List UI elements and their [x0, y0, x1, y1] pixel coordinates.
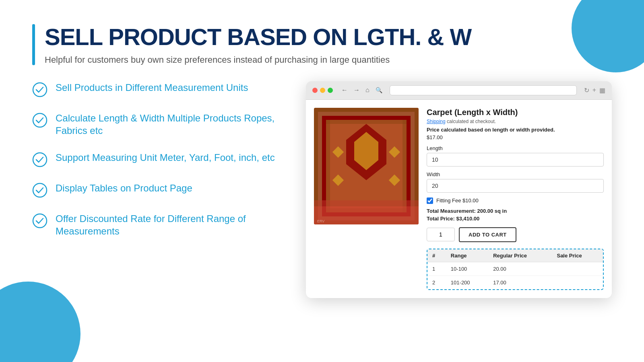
length-label: Length	[427, 145, 604, 151]
feature-text-4: Display Tables on Product Page	[56, 182, 192, 194]
row1-sale-price	[552, 262, 603, 276]
checkmark-icon-3	[32, 152, 47, 167]
dot-green[interactable]	[328, 88, 333, 93]
feature-item-2: Calculate Length & Width Multiple Produc…	[32, 112, 282, 137]
svg-point-4	[33, 214, 47, 228]
shipping-link[interactable]: Shipping	[427, 119, 446, 124]
fitting-fee-row: Fitting Fee $10.00	[427, 197, 604, 204]
nav-back[interactable]: ←	[339, 86, 350, 95]
feature-item-4: Display Tables on Product Page	[32, 182, 282, 198]
feature-text-3: Support Measuring Unit Meter, Yard, Foot…	[56, 151, 275, 164]
feature-text-1: Sell Products in Different Measurement U…	[56, 81, 248, 94]
search-icon: 🔍	[376, 87, 382, 93]
feature-text-5: Offer Discounted Rate for Different Rang…	[56, 212, 282, 237]
price-table: # Range Regular Price Sale Price 1 10-10…	[427, 249, 604, 290]
row2-regular-price: 17.00	[488, 276, 552, 289]
product-title: Carpet (Length x Width)	[427, 108, 604, 117]
checkmark-icon-5	[32, 213, 47, 228]
nav-forward[interactable]: →	[351, 86, 362, 95]
browser-dots	[312, 88, 333, 93]
page-subtitle: Helpful for customers buy own size prefe…	[45, 55, 471, 65]
svg-text:ERV: ERV	[317, 219, 324, 223]
refresh-icon[interactable]: ↻	[584, 86, 589, 94]
table-row-1: 1 10-100 20.00	[427, 262, 603, 276]
browser-nav: ← → ⌂	[339, 86, 372, 95]
row1-regular-price: 20.00	[488, 262, 552, 276]
checkmark-icon-2	[32, 113, 47, 128]
cart-row: ADD TO CART	[427, 227, 604, 242]
product-shipping: Shipping calculated at checkout.	[427, 119, 604, 124]
product-page: ERV Carpet (Length x Width) Shipping cal…	[306, 100, 612, 298]
new-tab-icon[interactable]: +	[592, 86, 596, 94]
feature-item-1: Sell Products in Different Measurement U…	[32, 81, 282, 97]
header-block: SELL PRODUCT BASED ON LGTH. & W Helpful …	[32, 24, 612, 65]
row2-range: 101-200	[446, 276, 488, 289]
total-measurement: Total Measurement: 200.00 sq in	[427, 208, 604, 214]
product-base-price: $17.00	[427, 134, 604, 140]
browser-toolbar: ← → ⌂ 🔍 ↻ + ▦	[306, 81, 612, 100]
page-title: SELL PRODUCT BASED ON LGTH. & W	[45, 24, 471, 50]
svg-point-2	[33, 153, 47, 167]
features-list: Sell Products in Different Measurement U…	[32, 81, 282, 252]
length-input[interactable]	[427, 153, 604, 167]
nav-home[interactable]: ⌂	[363, 86, 372, 95]
table-row-2: 2 101-200 17.00	[427, 276, 603, 289]
dot-red[interactable]	[312, 88, 318, 93]
svg-point-3	[33, 183, 47, 197]
product-price-note: Price calculated based on length or widt…	[427, 127, 604, 133]
svg-point-1	[33, 113, 47, 127]
address-bar[interactable]	[390, 85, 577, 95]
table-header-regular-price: Regular Price	[488, 249, 552, 262]
table-header-sale-price: Sale Price	[552, 249, 603, 262]
row1-range: 10-100	[446, 262, 488, 276]
row2-num: 2	[427, 276, 446, 289]
total-price: Total Price: $3,410.00	[427, 216, 604, 222]
feature-item-5: Offer Discounted Rate for Different Rang…	[32, 212, 282, 237]
product-details: Carpet (Length x Width) Shipping calcula…	[427, 108, 604, 290]
width-label: Width	[427, 171, 604, 177]
svg-rect-20	[314, 206, 419, 224]
dot-yellow[interactable]	[320, 88, 325, 93]
fitting-fee-checkbox[interactable]	[427, 197, 433, 204]
svg-point-0	[33, 83, 47, 97]
feature-text-2: Calculate Length & Width Multiple Produc…	[56, 112, 282, 137]
fitting-fee-label: Fitting Fee $10.00	[436, 197, 479, 204]
product-image: ERV	[314, 108, 419, 224]
table-header-range: Range	[446, 249, 488, 262]
table-header-num: #	[427, 249, 446, 262]
svg-rect-11	[326, 120, 407, 124]
svg-rect-13	[326, 120, 330, 212]
browser-actions: ↻ + ▦	[584, 86, 605, 94]
quantity-input[interactable]	[427, 228, 455, 241]
checkmark-icon-1	[32, 82, 47, 97]
add-to-cart-button[interactable]: ADD TO CART	[459, 227, 516, 242]
svg-rect-14	[402, 120, 407, 212]
row2-sale-price	[552, 276, 603, 289]
width-input[interactable]	[427, 179, 604, 193]
browser-window: ← → ⌂ 🔍 ↻ + ▦	[306, 81, 612, 298]
row1-num: 1	[427, 262, 446, 276]
header-accent-bar	[32, 24, 35, 65]
feature-item-3: Support Measuring Unit Meter, Yard, Foot…	[32, 151, 282, 167]
checkmark-icon-4	[32, 183, 47, 198]
extensions-icon[interactable]: ▦	[599, 86, 605, 94]
